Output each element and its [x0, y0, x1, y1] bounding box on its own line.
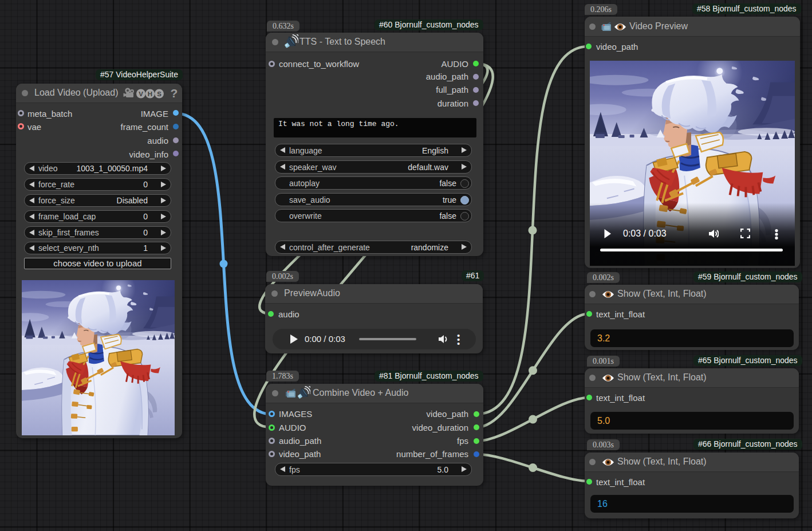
svg-text:S: S: [157, 90, 161, 97]
svg-text:?: ?: [171, 88, 178, 100]
svg-text:H: H: [148, 90, 152, 97]
svg-text:V: V: [139, 90, 143, 97]
